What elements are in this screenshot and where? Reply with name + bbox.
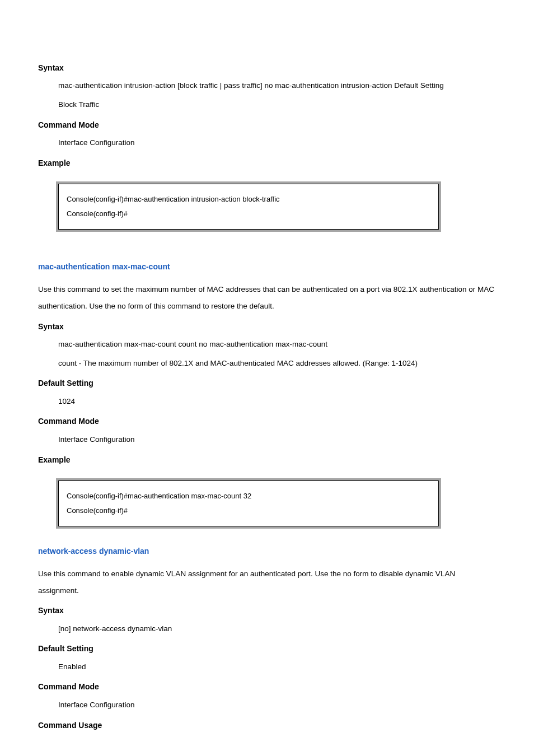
- command-usage-heading: Command Usage: [38, 719, 496, 731]
- command-mode-heading: Command Mode: [38, 119, 496, 131]
- example-heading: Example: [38, 157, 496, 169]
- syntax-body: [no] network-access dynamic-vlan: [58, 620, 496, 637]
- syntax-body: mac-authentication intrusion-action [blo…: [58, 77, 496, 94]
- command-mode-body: Interface Configuration: [58, 431, 496, 448]
- syntax-heading: Syntax: [38, 604, 496, 617]
- code-line: Console(config-if)#: [67, 207, 430, 221]
- default-setting-body: Enabled: [58, 659, 496, 675]
- command-mode-body: Interface Configuration: [58, 697, 496, 713]
- code-example-block: Console(config-if)#mac-authentication ma…: [58, 480, 439, 526]
- example-heading: Example: [38, 454, 496, 466]
- command-mode-heading: Command Mode: [38, 415, 496, 427]
- section-intro: Use this command to set the maximum numb…: [38, 281, 496, 314]
- code-line: Console(config-if)#: [67, 503, 430, 518]
- syntax-body-2: Block Traffic: [58, 96, 496, 113]
- code-example-block: Console(config-if)#mac-authentication in…: [58, 184, 439, 230]
- section-link-mac-auth-max[interactable]: mac-authentication max-mac-count: [38, 262, 496, 271]
- default-setting-heading: Default Setting: [38, 642, 496, 655]
- syntax-body: mac-authentication max-mac-count count n…: [58, 336, 496, 353]
- page-content: Syntax mac-authentication intrusion-acti…: [0, 0, 534, 756]
- default-setting-heading: Default Setting: [38, 377, 496, 389]
- command-mode-body: Interface Configuration: [58, 134, 496, 151]
- command-mode-heading: Command Mode: [38, 680, 496, 693]
- section-link-dynamic-vlan[interactable]: network-access dynamic-vlan: [38, 547, 496, 556]
- default-setting-body: 1024: [58, 393, 496, 410]
- code-line: Console(config-if)#mac-authentication ma…: [67, 489, 430, 503]
- syntax-body-2: count - The maximum number of 802.1X and…: [58, 355, 496, 372]
- syntax-heading: Syntax: [38, 320, 496, 333]
- section-intro: Use this command to enable dynamic VLAN …: [38, 566, 496, 599]
- syntax-heading: Syntax: [38, 62, 496, 74]
- code-line: Console(config-if)#mac-authentication in…: [67, 192, 430, 207]
